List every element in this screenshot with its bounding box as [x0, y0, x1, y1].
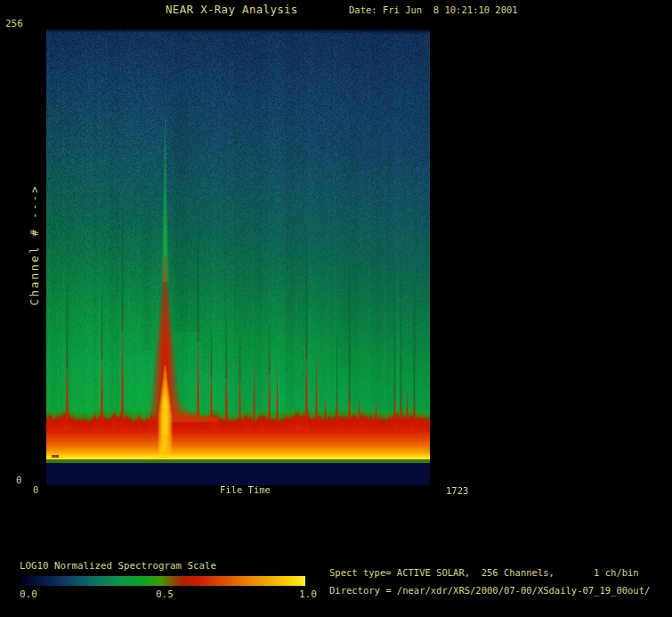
date-label: Date: Fri Jun 8 10:21:10 2001: [349, 5, 518, 16]
colorbar: [20, 576, 305, 586]
y-axis-min-label: 0: [16, 475, 21, 486]
x-axis-title: File Time: [220, 485, 271, 496]
x-axis-max-label: 1723: [446, 486, 468, 497]
spect-type-line: Spect type= ACTIVE SOLAR, 256 Channels, …: [329, 568, 639, 579]
y-axis-max-label: 256: [5, 19, 23, 29]
colorbar-tick-low: 0.0: [20, 589, 37, 600]
directory-line: Directory = /near/xdr/XRS/2000/07-00/XSd…: [329, 586, 650, 597]
page-title: NEAR X-Ray Analysis: [166, 4, 298, 16]
colorbar-tick-high: 1.0: [299, 589, 317, 600]
spectrogram-plot: [46, 29, 430, 485]
y-axis-title: Channel # --->: [29, 184, 41, 305]
colorbar-title: LOG10 Normalized Spectrogram Scale: [20, 561, 216, 572]
x-axis-min-label: 0: [33, 485, 38, 496]
app-window: NEAR X-Ray Analysis Date: Fri Jun 8 10:2…: [0, 0, 672, 617]
colorbar-tick-mid: 0.5: [156, 589, 174, 600]
